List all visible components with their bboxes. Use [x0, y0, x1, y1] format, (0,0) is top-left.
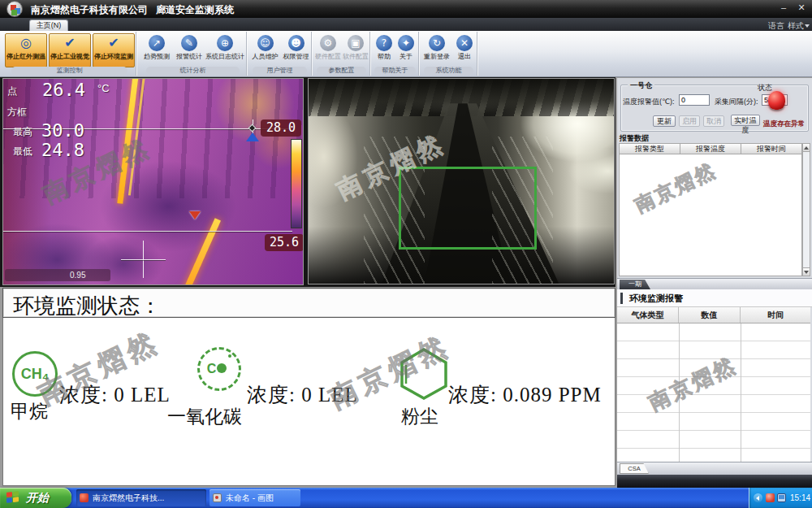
- taskbar-task-paint[interactable]: 未命名 - 画图: [209, 489, 300, 506]
- about-button[interactable]: ✦ 关于: [395, 33, 417, 67]
- measure-box-bottom-line: [3, 231, 292, 232]
- scrollbar[interactable]: [802, 143, 810, 276]
- infrared-circle-icon: ◎: [20, 35, 32, 51]
- gear-icon: ⚙: [320, 35, 336, 51]
- enable-button: 启用: [679, 115, 700, 127]
- temp-alarm-input[interactable]: [679, 94, 710, 106]
- button-label: 停止工业视觉: [50, 52, 90, 61]
- co-spark: [228, 354, 231, 358]
- button-label: 关于: [395, 52, 417, 61]
- stop-vision-button[interactable]: ✔ 停止工业视觉: [49, 33, 91, 67]
- trend-icon: ↗: [149, 35, 165, 51]
- column-header[interactable]: 数值: [679, 307, 741, 323]
- relogin-button[interactable]: ↻ 重新登录: [422, 33, 451, 67]
- column-header[interactable]: 气体类型: [617, 307, 679, 323]
- stop-env-monitor-button[interactable]: ✔ 停止环境监测: [93, 33, 135, 67]
- alarm-table-body: [619, 154, 802, 276]
- taskbar-task-app[interactable]: 南京熠然电子科技...: [76, 489, 206, 506]
- column-header[interactable]: 报警温度: [680, 143, 741, 154]
- column-header[interactable]: 时间: [741, 307, 810, 323]
- ribbon-group-label: 用户管理: [253, 67, 308, 75]
- close-button[interactable]: ✕: [794, 2, 809, 14]
- crosshair-icon: [121, 259, 166, 260]
- personnel-button[interactable]: ☺ 人员维护: [250, 33, 280, 67]
- chevron-down-icon: [805, 24, 810, 28]
- checkmark-icon: ✔: [108, 35, 119, 51]
- sensor-name: 甲烷: [11, 399, 48, 424]
- menu-language[interactable]: 语言: [768, 20, 784, 32]
- taskbar: 开始 南京熠然电子科技... 未命名 - 画图 15:14: [0, 488, 812, 508]
- alarm-table-header: 报警类型 报警温度 报警时间: [619, 143, 802, 154]
- software-config-button: ▣ 软件配置: [342, 33, 369, 67]
- sensor-reading: 浓度: 0 LEL: [247, 381, 358, 408]
- paint-icon: [213, 493, 222, 502]
- column-header[interactable]: 报警类型: [619, 143, 680, 154]
- temp-alarm-label: 温度报警值(℃):: [623, 97, 675, 107]
- cancel-button: 取消: [703, 115, 724, 127]
- realtime-temp-button[interactable]: 实时温度: [731, 115, 760, 126]
- ribbon-group-label: 系统功能: [424, 67, 473, 75]
- ribbon-group-help: ? 帮助 ✦ 关于 帮助关于: [372, 32, 419, 76]
- env-status-body: CH₄ 甲烷 浓度: 0 LEL C 一氧化碳 浓度: 0 LEL 粉尘 浓度:…: [2, 318, 615, 486]
- minimize-button[interactable]: –: [776, 2, 791, 14]
- person-key-icon: ☻: [288, 35, 304, 51]
- help-button[interactable]: ? 帮助: [374, 33, 395, 67]
- button-label: 趋势预测: [141, 52, 172, 61]
- checkmark-icon: ✔: [64, 35, 75, 51]
- app-task-icon: [80, 493, 89, 502]
- tab-home[interactable]: 主页(N): [29, 20, 68, 31]
- scale-low-label: 25.6: [265, 234, 304, 251]
- sensor-name: 一氧化碳: [167, 404, 242, 429]
- tab-csa[interactable]: CSA: [620, 463, 649, 474]
- ribbon-group-statistics: ↗ 趋势预测 ✎ 报警统计 ⊕ 系统日志统计 统计分析: [140, 32, 247, 76]
- spot-temperature: 26.4: [42, 80, 85, 100]
- emissivity-strip: [5, 269, 110, 281]
- trend-forecast-button[interactable]: ↗ 趋势预测: [141, 33, 172, 67]
- start-button[interactable]: 开始: [0, 488, 71, 508]
- task-label: 南京熠然电子科技...: [93, 493, 164, 504]
- menu-style[interactable]: 样式: [788, 20, 804, 32]
- button-label: 重新登录: [422, 52, 451, 61]
- interval-label: 采集间隔(分):: [715, 97, 758, 107]
- tab-phase-1[interactable]: 一期: [620, 280, 650, 289]
- max-label: 最高: [13, 125, 32, 139]
- update-button[interactable]: 更新: [653, 115, 676, 127]
- person-icon: ☺: [257, 35, 274, 51]
- dust-hexagon-icon: [399, 347, 449, 401]
- unit-label: °C: [97, 82, 110, 94]
- env-alarm-table-body: [617, 323, 810, 462]
- scale-high-label: 28.0: [261, 119, 301, 137]
- spot-label: 点: [7, 85, 17, 98]
- industrial-camera-feed[interactable]: [308, 78, 615, 284]
- stop-infrared-button[interactable]: ◎ 停止红外测温: [5, 33, 47, 67]
- company-title: 南京熠然电子科技有限公司: [31, 3, 148, 17]
- sensor-name: 粉尘: [401, 404, 438, 429]
- button-label: 退出: [453, 52, 476, 61]
- scroll-down-arrow[interactable]: [803, 267, 810, 276]
- exit-button[interactable]: ✕ 退出: [453, 33, 476, 67]
- clock: 15:14: [790, 493, 810, 502]
- ribbon-group-label: 统计分析: [146, 67, 240, 75]
- scroll-up-arrow[interactable]: [803, 144, 810, 152]
- alarm-marker-icon: [189, 211, 201, 219]
- tray-display-icon[interactable]: [777, 493, 786, 502]
- ribbon-group-monitor-control: ◎ 停止红外测温 ✔ 停止工业视觉 ✔ 停止环境监测 监测控制: [3, 32, 136, 76]
- alarm-stats-button[interactable]: ✎ 报警统计: [174, 33, 205, 67]
- thermal-camera-feed[interactable]: 28.0 25.6 点 26.4 °C 方框 最高 30.0 最低 24.8 0…: [2, 78, 304, 285]
- column-header[interactable]: 报警时间: [741, 143, 802, 154]
- button-label: 报警统计: [174, 52, 205, 61]
- permissions-button[interactable]: ☻ 权限管理: [281, 33, 311, 67]
- tray-collapse-icon[interactable]: [754, 493, 762, 502]
- box-label: 方框: [7, 106, 27, 119]
- app-title: 廊道安全监测系统: [156, 3, 234, 17]
- refresh-icon: ↻: [429, 35, 445, 51]
- sensor-reading: 浓度: 0.089 PPM: [448, 381, 602, 408]
- min-temperature: 24.8: [41, 140, 84, 160]
- bin-title: 一号仓: [628, 80, 654, 91]
- alarm-lamp-icon: [768, 91, 785, 110]
- syslog-stats-button[interactable]: ⊕ 系统日志统计: [205, 33, 245, 67]
- titlebar: 南京熠然电子科技有限公司 廊道安全监测系统 – ✕: [0, 0, 812, 18]
- alarm-panel: 一号仓 温度报警值(℃): 采集间隔(分): 状态 温度存在异常 更新 启用 取…: [617, 78, 812, 488]
- ribbon-group-label: 帮助关于: [374, 67, 415, 75]
- tray-app-icon[interactable]: [766, 493, 775, 502]
